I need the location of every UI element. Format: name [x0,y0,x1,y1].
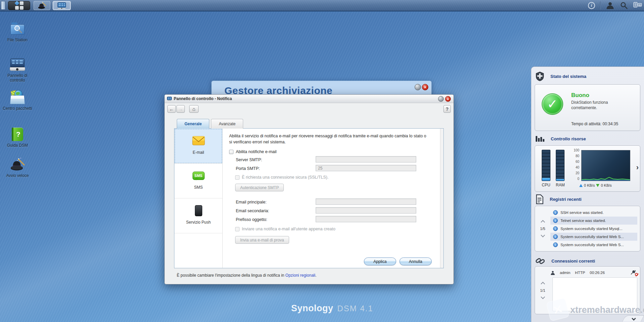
site-watermark-text: xtremehardware.com [570,305,644,315]
subject-prefix-input[interactable] [316,216,416,222]
dsm-watermark: Synology DSM 4.1 [291,303,373,314]
system-status-header: Stato del sistema [535,72,586,81]
smtp-port-input[interactable] [316,165,416,171]
regional-options-link[interactable]: Opzioni regionali [285,273,315,278]
desktop-icon-quick-start[interactable]: Avvio veloce [2,157,33,178]
y-tick: 20 [571,171,579,175]
close-icon[interactable]: × [422,84,428,90]
status-description: DiskStation funziona correttamente. [571,100,622,110]
nav-item-email[interactable]: E-mail [174,129,222,164]
page-indicator: 1/5 [540,227,545,231]
nav-item-label: Servizio Push [174,220,222,225]
footer-text: È possibile cambiare l'impostazione dell… [177,273,285,278]
email-primary-input[interactable] [316,198,416,205]
email-secondary-input[interactable] [316,207,416,214]
bar-chart-icon [535,135,545,142]
network-rate-labels: 0 KB/s 0 KB/s [579,183,612,187]
quick-start-task-button[interactable] [34,1,50,10]
info-icon: i [553,226,558,231]
smtp-auth-button[interactable]: Autenticazione SMTP [235,184,284,191]
ssl-row: È richiesta una connessione sicura (SSL/… [235,175,328,180]
info-icon: i [553,210,558,215]
y-tick: 40 [571,166,579,169]
dialog-footer: È possibile cambiare l'impostazione dell… [177,273,317,278]
desktop-icon-label: Pannello di controllo [2,74,33,83]
send-test-email-button[interactable]: Invia una e-mail di prova [235,236,289,244]
ssl-label: È richiesta una connessione sicura (SSL/… [242,175,328,180]
nav-item-push-service[interactable]: Servizio Push [174,198,222,233]
dialog-actions: Applica Annulla [364,258,432,265]
desktop-icon-label: Centro pacchetti [2,106,33,111]
back-button[interactable]: ← [167,105,176,113]
forward-button[interactable]: → [176,105,185,113]
help-button[interactable]: ? [443,105,451,113]
nav-item-sms[interactable]: SMS SMS [174,164,222,198]
network-chart [581,150,630,181]
control-panel-icon [57,2,66,9]
download-rate: 0 KB/s [601,183,611,187]
page-up-icon[interactable] [541,220,545,224]
shield-icon [535,72,544,81]
pilot-view-icon[interactable] [633,1,642,9]
control-panel-icon [167,97,172,101]
notification-channel-list: E-mail SMS SMS Servizio Push [174,129,223,268]
chain-link-icon [535,257,545,265]
dialog-title: Pannello di controllo - Notifica [174,95,232,103]
info-icon: i [553,218,558,223]
tab-generale[interactable]: Generale [177,119,209,129]
dsm-help-icon: ? [10,127,25,142]
apply-button[interactable]: Applica [364,258,396,265]
user-icon[interactable] [606,1,614,9]
connection-time: 00:26:26 [590,271,605,275]
chevron-down-icon [632,316,636,321]
widget-title: Connessioni correnti [551,259,595,264]
log-row: iSystem successfully started Mysql... [550,225,637,233]
info-icon: i [553,242,558,247]
home-button[interactable]: ⌂ [189,105,199,113]
cancel-button[interactable]: Annulla [399,258,432,265]
disconnect-icon[interactable] [631,270,637,275]
collapse-panel-button[interactable] [622,315,644,322]
desktop-icon-file-station[interactable]: File Station [2,21,33,43]
desktop-icon-control-panel[interactable]: Pannello di controllo [2,57,33,83]
smtp-server-input[interactable] [316,156,416,163]
dialog-titlebar[interactable]: Pannello di controllo - Notifica × [165,95,453,103]
minimize-button[interactable] [438,96,444,102]
main-menu-button[interactable] [8,1,30,10]
ssl-checkbox[interactable] [235,175,239,180]
desktop-icon-dsm-help[interactable]: ? Guida DSM [2,127,33,148]
ram-label: RAM [556,183,565,187]
info-icon: i [553,234,558,239]
notify-new-user-checkbox[interactable] [235,227,239,231]
close-icon[interactable]: × [445,96,451,102]
connections-header: Connessioni correnti [535,256,595,266]
user-icon [550,270,555,275]
widget-title: Controllo risorse [551,136,586,141]
enable-email-checkbox[interactable] [229,150,233,154]
connection-row: admin HTTP 00:26:26 [550,269,637,277]
taskbar-separator [600,1,601,9]
search-icon[interactable] [620,1,628,9]
log-row: iSSH service was started. [550,209,637,217]
notify-new-user-label: Inviare una notifica e-mail all'utente a… [242,227,335,231]
info-icon[interactable]: i [588,2,595,9]
tab-avanzate[interactable]: Avanzate [211,119,243,129]
email-secondary-label: Email secondaria: [236,209,269,213]
expand-resource-monitor-button[interactable]: › [636,163,639,172]
minimize-button[interactable] [415,84,421,90]
form-intro-text: Abilita il servizio di notifica e-mail p… [229,133,430,145]
page-down-icon[interactable] [541,295,545,299]
sms-icon: SMS [174,169,222,182]
scrollbar[interactable] [440,129,443,268]
page-down-icon[interactable] [541,233,545,237]
taskbar-right: i [588,0,642,11]
uptime-label: Tempo di attività: 00:34:35 [571,122,618,126]
logs-pagination: 1/5 [535,206,550,251]
page-up-icon[interactable] [541,282,545,286]
push-service-icon [174,204,222,217]
log-document-icon [535,194,544,204]
control-panel-task-button[interactable] [53,1,71,10]
desktop-icon-package-center[interactable]: Centro pacchetti [2,90,33,111]
show-desktop-button[interactable] [1,1,5,10]
ram-gauge [556,150,565,181]
